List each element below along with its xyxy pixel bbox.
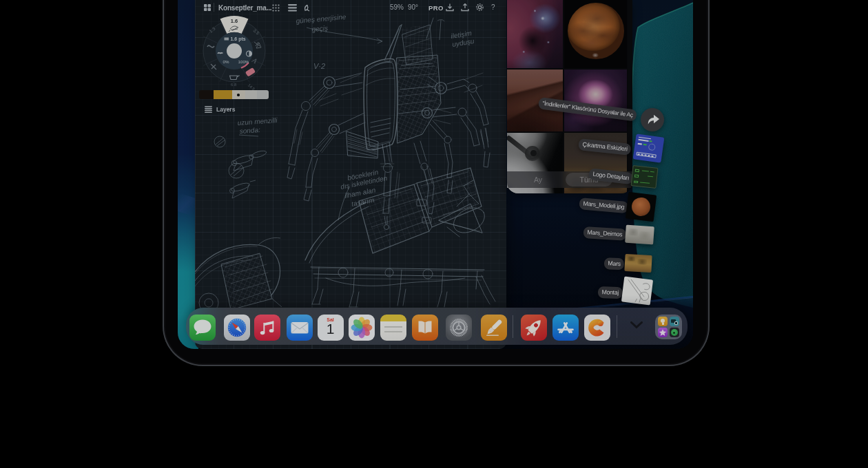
svg-text:güneş enerjisine: güneş enerjisine — [296, 13, 347, 25]
svg-text:sonda:: sonda: — [239, 126, 260, 135]
svg-text:uzun menzilli: uzun menzilli — [237, 116, 278, 127]
svg-text:6.8: 6.8 — [231, 83, 237, 87]
svg-text:0%: 0% — [223, 59, 229, 64]
svg-text:1.6 pts: 1.6 pts — [231, 36, 246, 42]
svg-text:100%: 100% — [238, 59, 249, 64]
svg-text:1.6: 1.6 — [231, 18, 238, 24]
svg-text:V·2: V·2 — [313, 62, 325, 70]
